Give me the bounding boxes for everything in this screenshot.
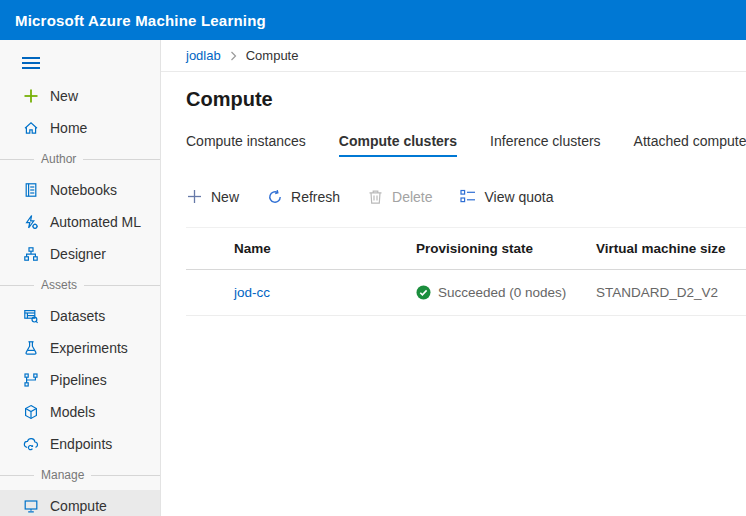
section-label: Author (41, 152, 76, 166)
sidebar-item-endpoints[interactable]: Endpoints (0, 428, 160, 460)
refresh-icon (266, 188, 283, 205)
delete-button[interactable]: Delete (367, 188, 432, 205)
sidebar-item-models[interactable]: Models (0, 396, 160, 428)
app-header: Microsoft Azure Machine Learning (0, 0, 746, 40)
button-label: New (211, 189, 239, 205)
pipelines-icon (22, 372, 39, 389)
section-label: Assets (41, 278, 77, 292)
sidebar-item-notebooks[interactable]: Notebooks (0, 174, 160, 206)
sidebar-item-compute[interactable]: Compute (0, 490, 160, 516)
endpoints-icon (22, 436, 39, 453)
main-panel: jodlab Compute Compute Compute instances… (161, 40, 746, 516)
sidebar-item-label: Datasets (50, 308, 105, 324)
compute-clusters-table: Name Provisioning state Virtual machine … (186, 227, 746, 316)
sidebar-item-designer[interactable]: Designer (0, 238, 160, 270)
status-text: Succeeded (0 nodes) (438, 285, 566, 300)
sidebar-item-home[interactable]: Home (0, 112, 160, 144)
trash-icon (367, 188, 384, 205)
toolbar: New Refresh Delete (186, 188, 746, 205)
tab-compute-instances[interactable]: Compute instances (186, 133, 306, 157)
sidebar-section-author: Author (0, 144, 160, 174)
cluster-name-link[interactable]: jod-cc (234, 285, 270, 300)
cell-provisioning-state: Succeeded (0 nodes) (416, 285, 596, 300)
compute-icon (22, 498, 39, 515)
cell-name: jod-cc (186, 285, 416, 300)
button-label: Refresh (291, 189, 340, 205)
sidebar-item-label: Designer (50, 246, 106, 262)
succeeded-check-icon (416, 285, 431, 300)
datasets-icon (22, 308, 39, 325)
column-header-vm-size: Virtual machine size (596, 241, 746, 256)
breadcrumb: jodlab Compute (161, 40, 746, 72)
tab-bar: Compute instances Compute clusters Infer… (186, 133, 746, 157)
breadcrumb-current: Compute (246, 48, 299, 63)
section-label: Manage (41, 468, 84, 482)
tab-attached-compute[interactable]: Attached compute (634, 133, 746, 157)
button-label: Delete (392, 189, 432, 205)
hamburger-icon (22, 56, 160, 70)
sidebar-item-label: New (50, 88, 78, 104)
sidebar-item-label: Experiments (50, 340, 128, 356)
refresh-button[interactable]: Refresh (266, 188, 340, 205)
flask-icon (22, 340, 39, 357)
tab-inference-clusters[interactable]: Inference clusters (490, 133, 601, 157)
plus-icon (186, 188, 203, 205)
tab-compute-clusters[interactable]: Compute clusters (339, 133, 457, 157)
sidebar-item-automated-ml[interactable]: Automated ML (0, 206, 160, 238)
sidebar-item-experiments[interactable]: Experiments (0, 332, 160, 364)
column-header-name: Name (186, 241, 416, 256)
sidebar-item-label: Home (50, 120, 87, 136)
sidebar-item-label: Models (50, 404, 95, 420)
sidebar-item-new[interactable]: New (0, 80, 160, 112)
sidebar-section-assets: Assets (0, 270, 160, 300)
designer-icon (22, 246, 39, 263)
page-title: Compute (186, 88, 746, 110)
plus-icon (22, 88, 39, 105)
sidebar-item-label: Automated ML (50, 214, 141, 230)
home-icon (22, 120, 39, 137)
breadcrumb-workspace-link[interactable]: jodlab (186, 48, 221, 63)
cell-vm-size: STANDARD_D2_V2 (596, 285, 746, 300)
menu-button[interactable] (0, 40, 160, 80)
sidebar-item-datasets[interactable]: Datasets (0, 300, 160, 332)
sidebar-item-pipelines[interactable]: Pipelines (0, 364, 160, 396)
sidebar-item-label: Notebooks (50, 182, 117, 198)
sidebar-item-label: Pipelines (50, 372, 107, 388)
notebook-icon (22, 182, 39, 199)
sidebar-item-label: Compute (50, 498, 107, 514)
table-row: jod-cc Succeeded (0 nodes) STANDARD_D2_V… (186, 270, 746, 316)
cube-icon (22, 404, 39, 421)
app-title: Microsoft Azure Machine Learning (15, 12, 266, 29)
sidebar-item-label: Endpoints (50, 436, 112, 452)
automated-ml-icon (22, 214, 39, 231)
column-header-provisioning-state: Provisioning state (416, 241, 596, 256)
new-button[interactable]: New (186, 188, 239, 205)
view-quota-icon (460, 188, 477, 205)
chevron-right-icon (230, 51, 237, 61)
table-header-row: Name Provisioning state Virtual machine … (186, 227, 746, 270)
sidebar-section-manage: Manage (0, 460, 160, 490)
button-label: View quota (485, 189, 554, 205)
sidebar: New Home Author Notebooks Automated ML (0, 40, 161, 516)
compute-page: Compute Compute instances Compute cluste… (161, 72, 746, 316)
view-quota-button[interactable]: View quota (460, 188, 554, 205)
